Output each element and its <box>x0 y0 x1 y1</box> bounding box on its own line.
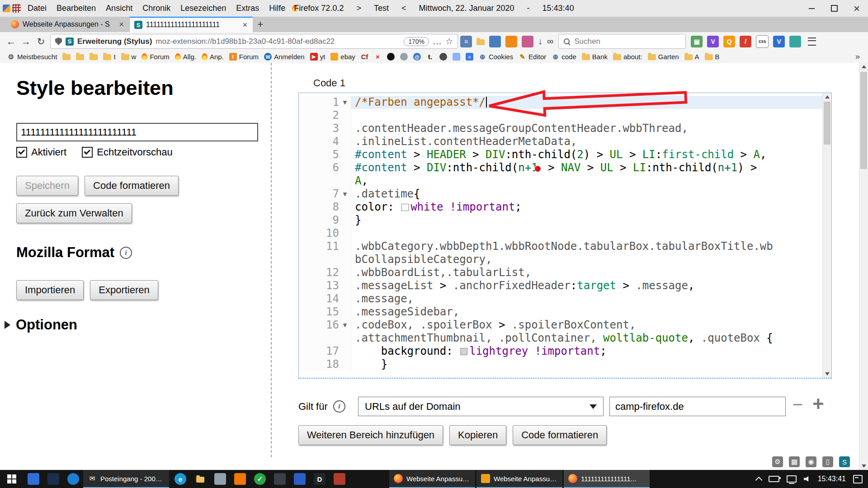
save-button[interactable]: Speichern <box>16 176 78 196</box>
tab-close-icon[interactable]: × <box>241 20 248 30</box>
teal-ext-icon[interactable] <box>789 36 801 47</box>
code-line[interactable]: 7▼.datetime{ <box>299 188 822 201</box>
fold-arrow-icon[interactable]: ▼ <box>339 188 351 201</box>
bookmark-item[interactable] <box>60 53 73 61</box>
infinity-icon[interactable]: ∞ <box>547 36 553 47</box>
add-section-button[interactable]: Weiteren Bereich hinzufügen <box>298 425 443 445</box>
code-line[interactable]: 17 background: lightgrey !important; <box>299 345 822 358</box>
briefcase-icon[interactable] <box>489 36 501 47</box>
taskbar-app-slot[interactable] <box>63 470 83 488</box>
scroll-up-icon[interactable] <box>823 93 831 101</box>
bookmark-item[interactable] <box>87 53 100 61</box>
menu-bearbeiten[interactable]: Bearbeiten <box>52 4 101 13</box>
page-scrollbar[interactable] <box>859 63 868 470</box>
add-rule-button[interactable]: + <box>812 394 824 414</box>
translate-icon[interactable]: ▣ <box>691 36 703 47</box>
bookmark-item[interactable] <box>397 52 410 61</box>
forward-icon[interactable]: → <box>19 36 33 47</box>
battery-icon[interactable] <box>769 476 779 482</box>
domain-input[interactable] <box>609 397 786 416</box>
taskbar-app-slot[interactable] <box>24 470 43 488</box>
maximize-button[interactable] <box>823 0 845 17</box>
stylish-icon[interactable]: / <box>740 36 751 47</box>
new-tab-button[interactable]: + <box>253 17 268 32</box>
bookmark-item[interactable]: Cf <box>358 52 371 61</box>
back-icon[interactable]: ← <box>4 36 19 47</box>
bookmark-item[interactable]: × <box>371 52 384 61</box>
code-line[interactable]: 18 } <box>299 358 822 371</box>
bookmark-item[interactable] <box>384 52 397 61</box>
menu-lesezeichen[interactable]: Lesezeichen <box>175 4 231 13</box>
menu-datei[interactable]: Datei <box>23 4 52 13</box>
code-line[interactable]: 9} <box>299 214 822 227</box>
bookmark-item[interactable]: t. <box>424 52 437 61</box>
close-button[interactable]: × <box>845 0 868 17</box>
code-line[interactable]: 3.contentHeader.messageGroupContentHeade… <box>299 122 822 135</box>
editor-scrollbar[interactable] <box>822 93 831 378</box>
bookmark-item[interactable]: ✎Editor <box>516 52 549 61</box>
download-icon[interactable]: ↓ <box>538 36 542 47</box>
gear-icon[interactable]: ⚙ <box>772 456 783 467</box>
bookmark-item[interactable]: t <box>100 52 118 61</box>
color-swatch[interactable] <box>460 348 467 355</box>
bookmark-item[interactable] <box>437 52 450 61</box>
export-button[interactable]: Exportieren <box>90 280 158 300</box>
reload-icon[interactable]: ↻ <box>33 36 48 47</box>
minimize-button[interactable] <box>800 0 823 17</box>
folder-icon[interactable] <box>476 39 485 45</box>
bookmark-item[interactable] <box>450 52 463 61</box>
taskbar-task-button[interactable]: Webseite Anpassunge... <box>389 470 475 488</box>
menu-extras[interactable]: Extras <box>231 4 264 13</box>
code-line[interactable]: 11.wbbCategory.wbbDepth1.wbbRootNode.tab… <box>299 240 822 253</box>
scrollbar-thumb[interactable] <box>824 102 830 145</box>
echtzeitvorschau-checkbox-pair[interactable]: Echtzeitvorschau <box>82 146 173 158</box>
echtzeitvorschau-checkbox[interactable] <box>82 147 93 158</box>
bookmark-item[interactable]: Allg. <box>172 52 199 61</box>
taskbar-app-slot[interactable] <box>210 470 230 488</box>
code-line[interactable]: 14.message, <box>299 292 822 305</box>
scrollbar-thumb[interactable] <box>860 72 867 169</box>
applies-to-select[interactable]: URLs auf der Domain <box>358 397 604 416</box>
palette-icon[interactable] <box>522 36 533 47</box>
bookmark-item[interactable]: ebay <box>328 52 358 61</box>
page-actions-icon[interactable]: … <box>433 36 442 47</box>
menu-hilfe[interactable]: Hilfe <box>264 4 290 13</box>
format-code-button[interactable]: Code formatieren <box>513 425 607 445</box>
reading-list-icon[interactable]: ≡ <box>460 36 472 47</box>
taskbar-app-slot[interactable] <box>230 470 250 488</box>
menu-chronik[interactable]: Chronik <box>137 4 175 13</box>
code-line[interactable]: bCollapsibleCategory, <box>299 253 822 266</box>
bookmark-item[interactable]: w <box>118 52 139 61</box>
fold-arrow-icon[interactable]: ▼ <box>339 96 351 109</box>
bookmark-star-icon[interactable]: ☆ <box>445 36 453 47</box>
code-line[interactable]: 5#content > HEADER > DIV:nth-child(2) > … <box>299 148 822 161</box>
scroll-down-icon[interactable] <box>859 462 868 470</box>
start-button[interactable] <box>0 470 24 488</box>
tab-webseite-anpassungen[interactable]: Webseite Anpassungen - S × <box>6 17 130 32</box>
bookmark-item[interactable]: A <box>682 52 702 61</box>
taskbar-app-slot[interactable]: ✓ <box>250 470 270 488</box>
tab-style-editor[interactable]: S 111111111111111111111 × <box>130 17 253 32</box>
copy-button[interactable]: Kopieren <box>449 425 506 445</box>
bookmark-item[interactable]: Bank <box>579 52 610 61</box>
bookmark-item[interactable]: ⊕code <box>549 52 579 61</box>
code-line[interactable]: 15.messageSidebar, <box>299 305 822 319</box>
bookmark-item[interactable]: about: <box>610 52 645 61</box>
taskbar-app-slot[interactable] <box>190 470 210 488</box>
style-name-input[interactable] <box>16 123 258 141</box>
bookmark-item[interactable]: ▶yt <box>307 52 328 61</box>
url-text[interactable]: moz-extension://b1d98b1b-23a0-4c91-80af-… <box>156 37 400 46</box>
code-editor[interactable]: 1▼/*Farben angepasst*/23.contentHeader.m… <box>298 93 832 379</box>
taskbar-task-button[interactable]: Webseite Anpassunge... <box>476 470 562 488</box>
info-icon[interactable] <box>120 247 132 259</box>
shield-icon[interactable] <box>55 38 62 45</box>
url-bar[interactable]: S Erweiterung (Stylus) moz-extension://b… <box>50 34 458 49</box>
taskbar-app-slot[interactable]: D <box>310 470 330 488</box>
v2-ext-icon[interactable]: V <box>773 36 785 47</box>
code-line[interactable]: A, <box>299 174 822 188</box>
bookmark-item[interactable]: ≡ <box>463 52 476 61</box>
menu-ansicht[interactable]: Ansicht <box>101 4 137 13</box>
import-button[interactable]: Importieren <box>16 280 84 300</box>
search-bar[interactable]: Suchen <box>558 34 686 49</box>
code-line[interactable]: 16▼.codeBox, .spoilerBox > .spoilerBoxCo… <box>299 319 822 332</box>
